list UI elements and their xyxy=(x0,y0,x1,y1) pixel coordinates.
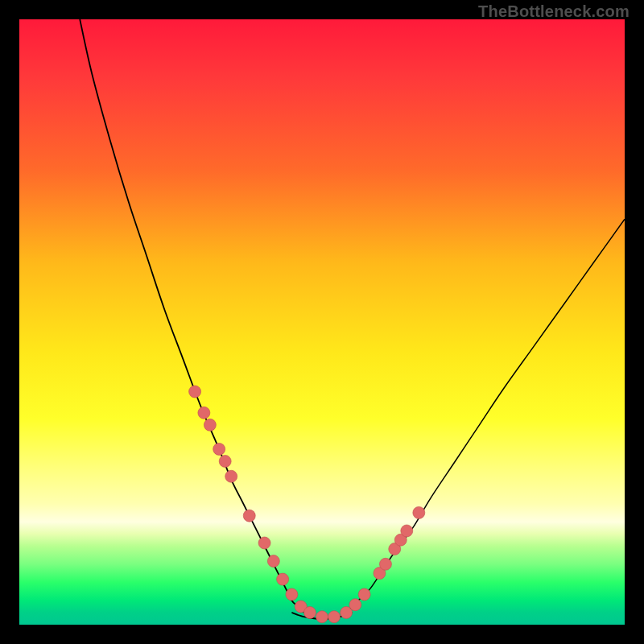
data-marker xyxy=(219,455,231,467)
data-marker xyxy=(358,588,370,601)
data-marker xyxy=(189,386,201,398)
data-marker xyxy=(204,419,216,431)
data-marker xyxy=(328,611,341,623)
data-marker xyxy=(277,573,289,585)
data-marker xyxy=(413,506,425,518)
marker-group xyxy=(189,386,425,623)
data-marker xyxy=(243,510,255,522)
watermark-text: TheBottleneck.com xyxy=(478,2,630,21)
data-marker xyxy=(267,555,279,568)
data-marker xyxy=(286,588,298,601)
data-marker xyxy=(225,470,237,482)
data-marker xyxy=(379,558,391,570)
data-marker xyxy=(303,606,316,618)
data-marker xyxy=(258,537,270,549)
data-marker xyxy=(349,599,361,611)
chart-svg xyxy=(19,19,625,625)
data-marker xyxy=(401,525,413,537)
data-marker xyxy=(198,407,210,419)
data-marker xyxy=(213,443,225,455)
left-curve xyxy=(80,19,303,613)
data-marker xyxy=(316,611,328,623)
right-curve xyxy=(346,219,625,613)
